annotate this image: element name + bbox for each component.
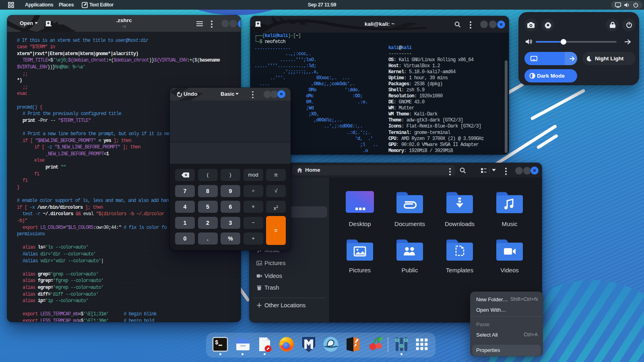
svg-text:$: $ <box>215 339 218 346</box>
